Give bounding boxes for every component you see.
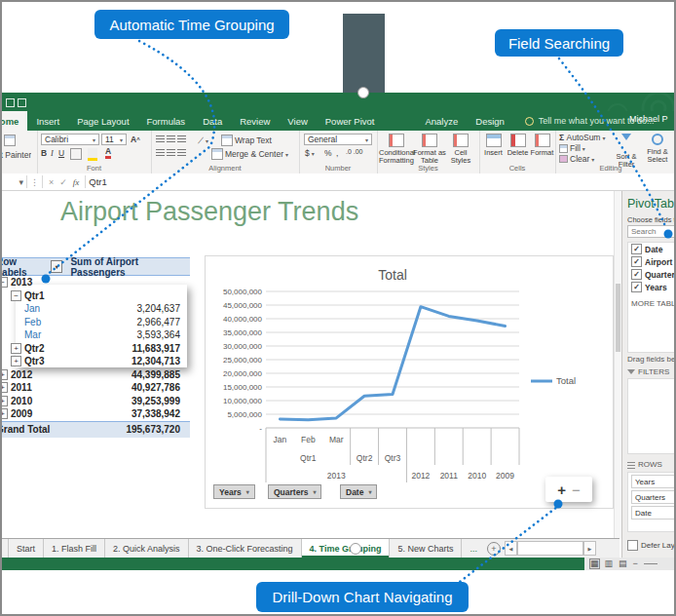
conditional-formatting-button[interactable]: ConditionalFormatting: [379, 134, 413, 165]
pivot-row-2013[interactable]: −2013: [0, 276, 190, 289]
clear-button[interactable]: Clear▾: [559, 154, 594, 164]
currency-button[interactable]: $▾: [305, 148, 315, 158]
ribbon-tab-home[interactable]: Home: [0, 111, 27, 131]
ribbon-tab-view[interactable]: View: [279, 111, 316, 131]
field-checkbox[interactable]: ✓: [631, 282, 642, 292]
field-item-airport-passengers[interactable]: ✓Airport Passengers: [628, 255, 676, 268]
font-size-select[interactable]: 11▾: [101, 134, 127, 145]
expand-icon[interactable]: +: [11, 356, 21, 366]
expand-icon[interactable]: +: [11, 343, 21, 354]
font-name-select[interactable]: Calibri▾: [41, 134, 99, 145]
rows-area[interactable]: YearsQuartersDate: [627, 472, 676, 532]
chart-field-button-date[interactable]: Date▾: [340, 484, 377, 499]
filters-area[interactable]: [627, 378, 676, 454]
field-checkbox[interactable]: ✓: [631, 256, 642, 267]
format-cells-button[interactable]: Format: [530, 134, 554, 157]
insert-function-icon[interactable]: fx: [70, 177, 83, 187]
borders-icon[interactable]: [70, 148, 82, 160]
normal-view-icon[interactable]: ▦: [590, 559, 599, 568]
page-break-view-icon[interactable]: ▤: [619, 559, 627, 568]
rows-area-item-quarters[interactable]: Quarters: [631, 490, 676, 504]
defer-checkbox[interactable]: [627, 540, 638, 551]
number-format-select[interactable]: General▾: [304, 134, 372, 145]
ribbon-tab-data[interactable]: Data: [194, 111, 231, 131]
pivot-table[interactable]: Row Labels▾Sum of Airport Passengers−201…: [0, 257, 190, 438]
ribbon-tab-formulas[interactable]: Formulas: [138, 111, 195, 131]
cell-styles-button[interactable]: CellStyles: [446, 134, 475, 165]
decimal-buttons[interactable]: .0 .00: [346, 148, 363, 155]
cancel-icon[interactable]: ×: [46, 177, 56, 187]
expand-icon[interactable]: +: [0, 408, 8, 419]
pivot-row-qtr2[interactable]: +Qtr211,683,917: [0, 342, 190, 356]
rows-area-item-years[interactable]: Years: [631, 475, 676, 488]
expand-icon[interactable]: +: [0, 396, 8, 406]
collapse-icon[interactable]: −: [0, 277, 8, 288]
sheet-tab-3-one-click-forecasting[interactable]: 3. One-Click Forecasting: [189, 539, 302, 558]
drill-down-button[interactable]: +: [557, 481, 566, 498]
pivot-row-2009[interactable]: +200937,338,942: [0, 407, 190, 421]
ribbon-tab-analyze[interactable]: Analyze: [416, 111, 467, 131]
horizontal-scrollbar[interactable]: ◀▶: [505, 539, 596, 558]
pivot-row-2011[interactable]: +201140,927,786: [0, 381, 190, 395]
comma-button[interactable]: ,: [336, 148, 338, 158]
find-select-button[interactable]: Find &Select: [643, 134, 672, 164]
pivot-chart[interactable]: Total-5,000,00010,000,00015,000,00020,00…: [205, 255, 614, 509]
zoom-out-icon[interactable]: −: [633, 559, 638, 568]
scroll-left-icon[interactable]: ◀: [505, 541, 517, 556]
ribbon-tab-insert[interactable]: Insert: [27, 111, 68, 131]
chart-field-button-quarters[interactable]: Quarters▾: [268, 484, 321, 499]
pivot-row-mar[interactable]: Mar3,593,364: [0, 328, 190, 342]
field-item-quarters[interactable]: ✓Quarters: [628, 268, 676, 281]
quick-access-undo-icon[interactable]: [18, 98, 26, 107]
sheet-tab-2-quick-analysis[interactable]: 2. Quick Analysis: [105, 539, 189, 558]
sheet-tab-4-time-grouping[interactable]: 4. Time Grouping: [302, 539, 391, 558]
paste-icon[interactable]: [4, 135, 16, 146]
align-top-icon[interactable]: [156, 135, 188, 143]
format-as-table-button[interactable]: Format asTable: [413, 134, 446, 165]
shape-handle-bottom[interactable]: [350, 543, 361, 555]
pivot-row-jan[interactable]: Jan3,204,637: [0, 302, 190, 316]
chart-field-button-years[interactable]: Years▾: [213, 484, 255, 499]
field-item-date[interactable]: ✓Date: [628, 243, 676, 255]
field-item-years[interactable]: ✓Years: [628, 281, 676, 293]
rows-area-item-date[interactable]: Date: [631, 506, 676, 520]
field-checkbox[interactable]: ✓: [631, 244, 642, 254]
pivot-row-qtr1[interactable]: −Qtr1: [0, 289, 190, 303]
scroll-right-icon[interactable]: ▶: [583, 541, 596, 556]
defer-layout[interactable]: Defer Layout Update: [627, 540, 676, 551]
ribbon-tab-review[interactable]: Review: [231, 111, 279, 131]
pivot-row-feb[interactable]: Feb2,966,477: [0, 316, 190, 329]
wrap-text-button[interactable]: Wrap Text: [221, 135, 272, 146]
pivot-row-2010[interactable]: +201039,253,999: [0, 395, 190, 408]
expand-icon[interactable]: +: [0, 369, 8, 380]
merge-center-button[interactable]: Merge & Center▾: [211, 148, 288, 160]
grow-font-button[interactable]: A˄: [131, 135, 140, 144]
ribbon-tab-page-layout[interactable]: Page Layout: [68, 111, 137, 131]
format-painter-button[interactable]: Format Painter: [0, 150, 31, 160]
formula-bar-value[interactable]: Qtr1: [89, 176, 106, 187]
align-left-icon[interactable]: [156, 149, 188, 157]
more-tables-link[interactable]: MORE TABLES...: [628, 293, 676, 308]
new-sheet-button[interactable]: +: [487, 542, 501, 556]
field-search-input[interactable]: [627, 225, 676, 238]
sheet-tab-1-flash-fill[interactable]: 1. Flash Fill: [44, 539, 105, 558]
orientation-icon[interactable]: ⟋▾: [198, 135, 208, 146]
name-box[interactable]: ▾: [0, 177, 23, 187]
ribbon-tab-power-pivot[interactable]: Power Pivot: [317, 111, 384, 131]
percent-button[interactable]: %: [324, 148, 332, 158]
shape-handle[interactable]: [357, 87, 369, 98]
expand-icon[interactable]: +: [0, 382, 8, 393]
sheet-tab-5-new-charts[interactable]: 5. New Charts: [390, 539, 462, 558]
user-name[interactable]: Michael P: [629, 114, 668, 124]
pivot-row-qtr3[interactable]: +Qtr312,304,713: [0, 355, 190, 368]
sheet-tab-overflow[interactable]: ...: [462, 539, 485, 558]
field-checkbox[interactable]: ✓: [631, 269, 642, 280]
collapse-icon[interactable]: −: [11, 290, 21, 301]
delete-cells-button[interactable]: Delete: [506, 134, 530, 157]
insert-cells-button[interactable]: Insert: [481, 134, 506, 157]
italic-button[interactable]: I: [51, 148, 54, 158]
bold-button[interactable]: B: [41, 148, 47, 158]
row-labels-filter-button[interactable]: ▾: [51, 260, 62, 273]
fill-button[interactable]: Fill▾: [559, 143, 585, 153]
fill-color-icon[interactable]: [88, 148, 97, 161]
